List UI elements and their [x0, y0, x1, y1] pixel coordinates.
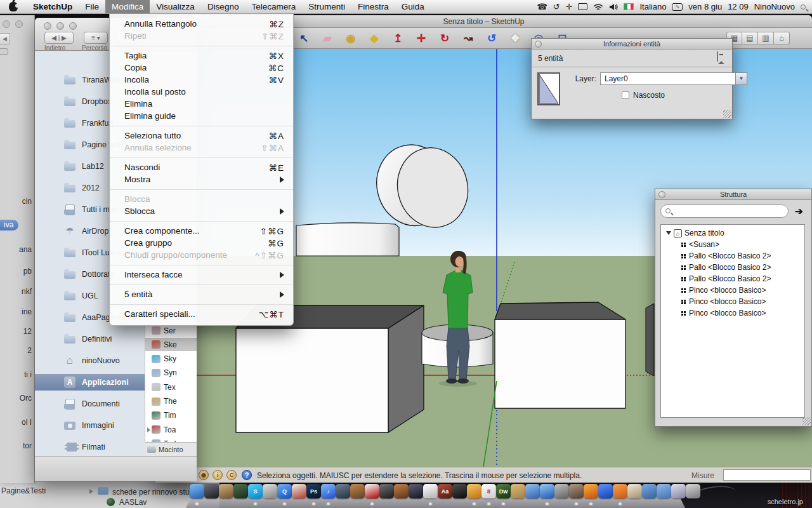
dock-icon-ical[interactable]: 8 — [481, 484, 496, 505]
dock-icon-vlc[interactable] — [613, 484, 627, 505]
outliner-search-input[interactable] — [660, 204, 789, 218]
menu-item-14[interactable]: Mostra — [110, 173, 293, 185]
file-row-tex[interactable]: Tex — [145, 380, 197, 394]
dock-icon-trash[interactable] — [686, 484, 700, 505]
menubar-date[interactable]: ven 8 giu — [688, 2, 722, 11]
call-icon[interactable]: ☎ — [537, 2, 547, 11]
dock-icon-folder-apps[interactable] — [642, 484, 657, 505]
apple-menu-icon[interactable] — [9, 2, 18, 11]
power-meter-icon[interactable]: ∿ — [672, 3, 683, 11]
input-language[interactable]: Italiano — [639, 2, 666, 11]
menu-item-25[interactable]: 5 entità — [110, 288, 293, 300]
dock-icon-stack-cards[interactable] — [671, 484, 686, 505]
desktop-file-label[interactable]: scheletro.jp — [768, 498, 803, 505]
entity-info-titlebar[interactable]: Informazioni entità — [532, 39, 732, 50]
dock-icon-gimp[interactable] — [569, 484, 584, 505]
back-button[interactable]: ◀ — [0, 33, 10, 44]
dock-icon-notes[interactable] — [467, 484, 481, 505]
file-row-tim[interactable]: Tim — [145, 409, 197, 422]
dock-icon-dvd-player[interactable] — [336, 484, 350, 505]
dock-icon-firefox[interactable] — [584, 484, 598, 505]
status-medal-icon-1[interactable]: ◉ — [199, 470, 209, 480]
dock-icon-sync[interactable] — [598, 484, 613, 505]
close-icon[interactable] — [658, 191, 665, 198]
home-view-button[interactable]: ⌂ — [774, 32, 790, 44]
dock-icon-skype[interactable]: S — [248, 484, 263, 505]
status-medal-icon-2[interactable]: i — [213, 470, 223, 480]
file-row-sky[interactable]: Sky — [145, 352, 197, 366]
file-row-ske[interactable]: Ske — [145, 338, 197, 351]
sidebar-item-applicazioni[interactable]: Applicazioni — [35, 374, 145, 391]
dock-icon-itunes[interactable]: ♪ — [321, 484, 336, 505]
close-icon[interactable] — [44, 22, 51, 30]
locate-icon[interactable]: ✛ — [566, 2, 573, 11]
display-icon[interactable] — [578, 3, 587, 10]
push-pull-tool-icon[interactable]: ↥ — [390, 30, 405, 46]
sidebar-item-documenti[interactable]: Documenti — [35, 396, 145, 412]
time-machine-icon[interactable]: ↺ — [553, 2, 560, 11]
dock-icon-dictionary[interactable]: Aa — [438, 484, 452, 505]
menubar-item-disegno[interactable]: Disegno — [201, 0, 246, 13]
sidebar-item-filmati[interactable]: Filmati — [35, 439, 145, 455]
dock-icon-idvd[interactable] — [263, 484, 277, 505]
tape-measure-tool-icon[interactable]: ◉ — [343, 30, 358, 46]
menubar-user[interactable]: NinoNuovo — [754, 2, 795, 11]
model-box-fragment[interactable] — [646, 304, 654, 376]
hidden-checkbox[interactable] — [622, 91, 629, 99]
dock-icon-ink-pen[interactable] — [452, 484, 467, 505]
outliner-item[interactable]: Pinco <blocco Basico> — [661, 307, 804, 319]
menubar-item-guida[interactable]: Guida — [395, 0, 431, 13]
sidebar-item-definitivi[interactable]: Definitivi — [35, 331, 145, 347]
italian-flag-icon[interactable] — [624, 3, 634, 10]
dock-icon-web-browser[interactable] — [409, 484, 423, 505]
menu-item-19[interactable]: Crea componente...⇧⌘G — [110, 225, 293, 237]
wifi-icon[interactable] — [593, 3, 603, 11]
disclosure-triangle-icon[interactable] — [147, 427, 150, 432]
pan-tool-icon[interactable]: ❖ — [508, 30, 523, 46]
dock-icon-quicktime[interactable]: Q — [277, 484, 292, 505]
collapse-button[interactable] — [717, 52, 727, 64]
dock-icon-camera[interactable] — [394, 484, 409, 505]
menu-item-6[interactable]: Incolla sul posto — [110, 86, 293, 98]
move-tool-icon[interactable]: ✛ — [414, 30, 429, 46]
model-box-right[interactable] — [495, 302, 625, 408]
menubar-item-strumenti[interactable]: Strumenti — [302, 0, 351, 13]
dock-icon-pencil[interactable] — [627, 484, 642, 505]
menu-item-20[interactable]: Crea gruppo⌘G — [110, 237, 293, 249]
outliner-item[interactable]: Pallo <Blocco Basico 2> — [661, 262, 804, 273]
spotlight-icon[interactable] — [801, 4, 806, 10]
dock-icon-acrobat[interactable] — [365, 484, 379, 505]
dock-icon-dreamweaver[interactable]: Dw — [496, 484, 511, 505]
model-cylinder-large[interactable] — [296, 223, 399, 256]
rotate-tool-icon[interactable]: ↻ — [437, 30, 452, 46]
menu-item-10[interactable]: Seleziona tutto⌘A — [110, 130, 293, 142]
menu-item-8[interactable]: Elimina guide — [110, 110, 293, 122]
menubar-item-file[interactable]: File — [79, 0, 105, 13]
menubar-item-sketchup[interactable]: SketchUp — [27, 0, 79, 13]
eraser-tool-icon[interactable]: ▰ — [320, 30, 335, 46]
menubar-item-modifica[interactable]: Modifica — [105, 0, 150, 13]
dock-icon-dashboard[interactable] — [204, 484, 219, 505]
view-options-button[interactable]: ≡ ▾ — [84, 32, 108, 44]
back-forward-buttons[interactable]: ◀ | ▶ — [44, 32, 74, 44]
minimize-icon[interactable] — [56, 22, 64, 30]
menu-item-4[interactable]: Copia⌘C — [110, 62, 293, 74]
outliner-item[interactable]: Pallo <Blocco Basico 2> — [661, 250, 804, 262]
dock-icon-photoshop[interactable]: Ps — [306, 484, 321, 505]
outliner-item[interactable]: Pallo <Blocco Basico 2> — [661, 273, 804, 284]
file-row-the[interactable]: The — [145, 395, 197, 408]
dock-icon-safari[interactable] — [540, 484, 554, 505]
outliner-titlebar[interactable]: Struttura — [655, 189, 811, 200]
dock-icon-photo-booth[interactable] — [233, 484, 248, 505]
outliner-root-row[interactable]: ⌂ Senza titolo — [661, 227, 804, 239]
top-view-button[interactable]: ▤ — [742, 32, 758, 44]
resize-grip[interactable] — [723, 110, 731, 118]
help-icon[interactable]: ? — [242, 470, 252, 480]
outliner-item[interactable]: Pinco <blocco Basico> — [661, 284, 804, 296]
disclosure-triangle-icon[interactable] — [89, 489, 93, 494]
menubar-item-visualizza[interactable]: Visualizza — [150, 0, 201, 13]
menu-item-0[interactable]: Annulla Rettangolo⌘Z — [110, 18, 293, 30]
outliner-item[interactable]: <Susan> — [661, 239, 804, 250]
orbit-tool-icon[interactable]: ↺ — [484, 30, 499, 46]
dock-icon-screen-saver[interactable] — [554, 484, 569, 505]
